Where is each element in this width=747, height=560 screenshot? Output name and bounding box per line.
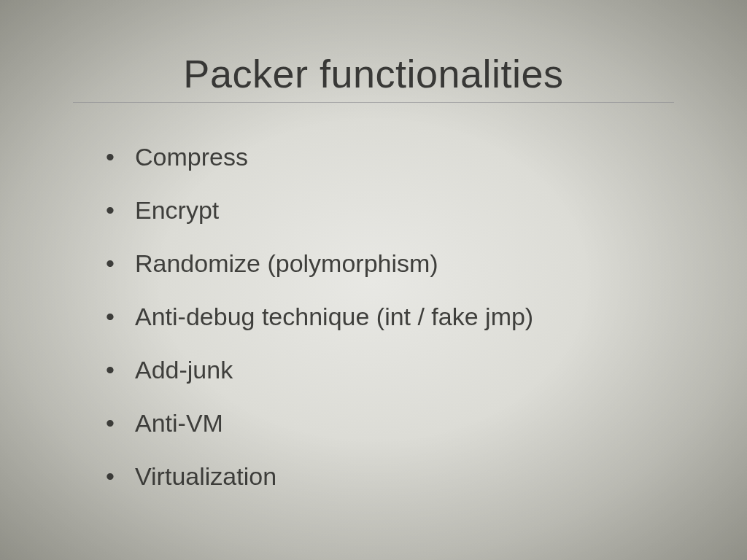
- list-item: Anti-VM: [106, 409, 674, 438]
- bullet-list: Compress Encrypt Randomize (polymorphism…: [73, 143, 674, 491]
- list-item: Add-junk: [106, 356, 674, 384]
- title-container: Packer functionalities: [73, 51, 674, 103]
- list-item: Compress: [106, 143, 674, 171]
- list-item: Encrypt: [106, 196, 674, 225]
- list-item: Anti-debug technique (int / fake jmp): [106, 303, 674, 331]
- list-item: Randomize (polymorphism): [106, 249, 674, 278]
- slide-title: Packer functionalities: [73, 51, 674, 96]
- slide-content: Packer functionalities Compress Encrypt …: [0, 0, 747, 560]
- list-item: Virtualization: [106, 462, 674, 491]
